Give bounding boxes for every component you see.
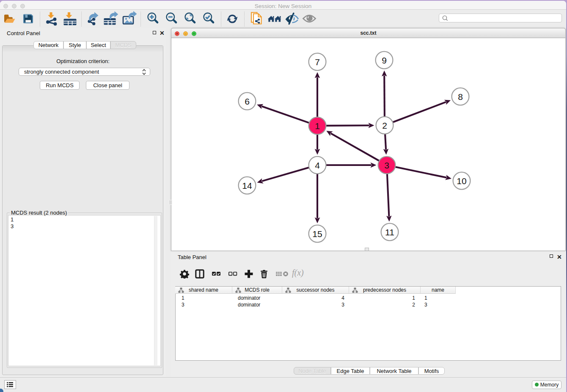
svg-text:9: 9 [382,55,387,65]
svg-text:2: 2 [382,121,387,130]
svg-text:14: 14 [242,181,252,190]
svg-text:10: 10 [457,176,466,186]
svg-text:6: 6 [245,97,250,106]
svg-text:3: 3 [384,160,389,170]
svg-text:4: 4 [315,160,320,170]
svg-text:8: 8 [458,92,463,102]
svg-text:7: 7 [315,57,320,67]
svg-text:1: 1 [315,121,320,131]
svg-text:15: 15 [312,229,322,239]
svg-text:11: 11 [385,227,394,237]
